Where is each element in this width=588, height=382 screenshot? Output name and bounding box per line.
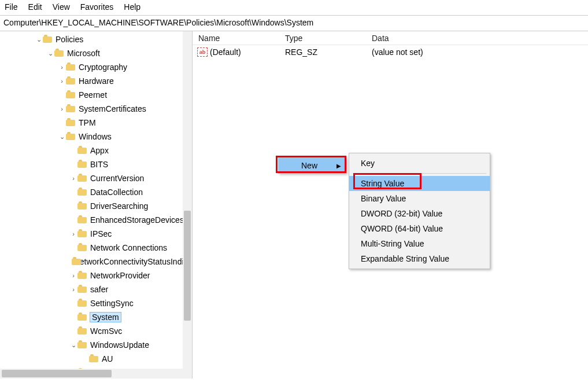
column-header-data[interactable]: Data: [366, 34, 588, 43]
chevron-down-icon[interactable]: ⌄: [46, 50, 54, 57]
context-menu-item-new[interactable]: New ▶: [279, 158, 346, 173]
tree-node[interactable]: ›Network Connections: [0, 241, 192, 255]
folder-icon: [77, 271, 88, 280]
tree-node-label[interactable]: Network Connections: [90, 243, 167, 252]
tree-node[interactable]: ⌄Policies: [0, 32, 192, 46]
tree-node-label[interactable]: BITS: [90, 160, 108, 169]
menu-view[interactable]: View: [53, 2, 70, 12]
menu-separator: [353, 173, 486, 174]
chevron-right-icon[interactable]: ›: [58, 105, 66, 112]
folder-icon: [77, 174, 88, 183]
column-header-type[interactable]: Type: [279, 34, 366, 43]
menu-help[interactable]: Help: [124, 2, 140, 12]
chevron-right-icon[interactable]: ›: [69, 175, 77, 182]
tree-node-label[interactable]: DataCollection: [90, 188, 143, 197]
tree-node[interactable]: ›NetworkConnectivityStatusIndicator: [0, 255, 192, 269]
tree-node[interactable]: ›Cryptography: [0, 60, 192, 74]
chevron-right-icon[interactable]: ›: [69, 230, 77, 237]
tree-node-label[interactable]: Cryptography: [79, 63, 127, 72]
context-submenu-new[interactable]: KeyString ValueBinary ValueDWORD (32-bit…: [349, 153, 490, 269]
registry-tree[interactable]: ⌄Policies⌄Microsoft›Cryptography›Hardwar…: [0, 31, 192, 369]
tree-node[interactable]: ›BITS: [0, 157, 192, 171]
context-menu-item[interactable]: Key: [349, 156, 490, 171]
folder-icon: [43, 35, 53, 44]
context-menu-label: String Value: [361, 179, 404, 188]
context-menu-item[interactable]: String Value: [349, 176, 490, 191]
context-menu-item[interactable]: QWORD (64-bit) Value: [349, 221, 490, 236]
tree-node[interactable]: ›SettingSync: [0, 296, 192, 310]
folder-icon: [89, 354, 99, 363]
chevron-down-icon[interactable]: ⌄: [69, 341, 77, 349]
list-row[interactable]: ab(Default)REG_SZ(value not set): [193, 45, 588, 59]
tree-node[interactable]: ›safer: [0, 282, 192, 296]
tree-horizontal-scrollbar[interactable]: [0, 369, 192, 379]
tree-node[interactable]: ›DriverSearching: [0, 199, 192, 213]
tree-node[interactable]: ›SystemCertificates: [0, 102, 192, 116]
tree-node[interactable]: ›System: [0, 310, 192, 324]
tree-node[interactable]: ›Hardware: [0, 74, 192, 88]
tree-node[interactable]: ⌄Microsoft: [0, 46, 192, 60]
tree-node-label[interactable]: safer: [90, 285, 108, 294]
tree-node[interactable]: ›TPM: [0, 116, 192, 130]
tree-node[interactable]: ›Appx: [0, 144, 192, 157]
context-menu-item[interactable]: DWORD (32-bit) Value: [349, 206, 490, 221]
tree-node-label[interactable]: System: [90, 312, 121, 322]
menu-edit[interactable]: Edit: [28, 2, 42, 12]
tree-node-label[interactable]: Microsoft: [67, 49, 100, 58]
tree-node-label[interactable]: Windows: [79, 132, 112, 141]
folder-icon: [77, 313, 88, 322]
tree-node-label[interactable]: Hardware: [79, 76, 114, 86]
folder-icon: [54, 49, 65, 58]
tree-node-label[interactable]: AU: [102, 354, 113, 363]
context-menu-parent[interactable]: New ▶: [278, 157, 346, 174]
tree-vertical-scrollbar[interactable]: [183, 31, 192, 369]
tree-node-label[interactable]: DriverSearching: [90, 201, 148, 211]
tree-node[interactable]: ⌄WindowsUpdate: [0, 338, 192, 352]
tree-node-label[interactable]: EnhancedStorageDevices: [90, 215, 184, 225]
tree-node-label[interactable]: WcmSvc: [90, 326, 122, 336]
tree-node-label[interactable]: IPSec: [90, 229, 112, 238]
list-header[interactable]: Name Type Data: [193, 31, 588, 45]
chevron-right-icon[interactable]: ›: [58, 64, 66, 71]
scrollbar-thumb[interactable]: [2, 370, 112, 377]
tree-node[interactable]: ›EnhancedStorageDevices: [0, 213, 192, 227]
tree-node-label[interactable]: SettingSync: [90, 299, 134, 308]
context-menu-label: Binary Value: [361, 194, 406, 203]
chevron-right-icon[interactable]: ›: [58, 78, 66, 85]
tree-node[interactable]: ›IPSec: [0, 227, 192, 241]
context-menu-item[interactable]: Binary Value: [349, 191, 490, 206]
tree-node-label[interactable]: Peernet: [79, 90, 107, 100]
scrollbar-thumb[interactable]: [184, 211, 191, 321]
menu-favorites[interactable]: Favorites: [80, 2, 114, 12]
folder-icon: [77, 201, 88, 211]
folder-icon: [77, 299, 88, 308]
column-header-name[interactable]: Name: [193, 34, 279, 43]
tree-pane: ⌄Policies⌄Microsoft›Cryptography›Hardwar…: [0, 31, 193, 379]
tree-node[interactable]: ⌄Windows: [0, 130, 192, 144]
chevron-right-icon[interactable]: ›: [69, 272, 77, 279]
tree-node-label[interactable]: TPM: [79, 118, 96, 127]
menu-file[interactable]: File: [5, 2, 18, 12]
tree-node[interactable]: ›AU: [0, 352, 192, 366]
chevron-down-icon[interactable]: ⌄: [58, 133, 66, 141]
tree-node-label[interactable]: Policies: [56, 35, 83, 44]
tree-node[interactable]: ›CurrentVersion: [0, 171, 192, 185]
tree-node[interactable]: ›NetworkProvider: [0, 269, 192, 282]
folder-icon: [66, 76, 76, 86]
context-menu-item[interactable]: Expandable String Value: [349, 251, 490, 266]
tree-node-label[interactable]: CurrentVersion: [90, 174, 144, 183]
address-bar[interactable]: Computer\HKEY_LOCAL_MACHINE\SOFTWARE\Pol…: [0, 15, 588, 31]
tree-node[interactable]: ›DataCollection: [0, 185, 192, 199]
value-list-pane: Name Type Data ab(Default)REG_SZ(value n…: [193, 31, 588, 379]
context-menu-label: New: [301, 161, 317, 170]
tree-node-label[interactable]: WindowsUpdate: [90, 340, 149, 350]
tree-node-label[interactable]: Appx: [90, 146, 109, 155]
tree-node-label[interactable]: NetworkProvider: [90, 271, 150, 280]
chevron-right-icon[interactable]: ›: [69, 286, 77, 293]
tree-node-label[interactable]: SystemCertificates: [79, 104, 146, 113]
context-menu-item[interactable]: Multi-String Value: [349, 236, 490, 251]
tree-node[interactable]: ›Peernet: [0, 88, 192, 102]
tree-node[interactable]: ›WcmSvc: [0, 324, 192, 338]
tree-node-label[interactable]: NetworkConnectivityStatusIndicator: [74, 257, 192, 266]
chevron-down-icon[interactable]: ⌄: [35, 36, 43, 43]
